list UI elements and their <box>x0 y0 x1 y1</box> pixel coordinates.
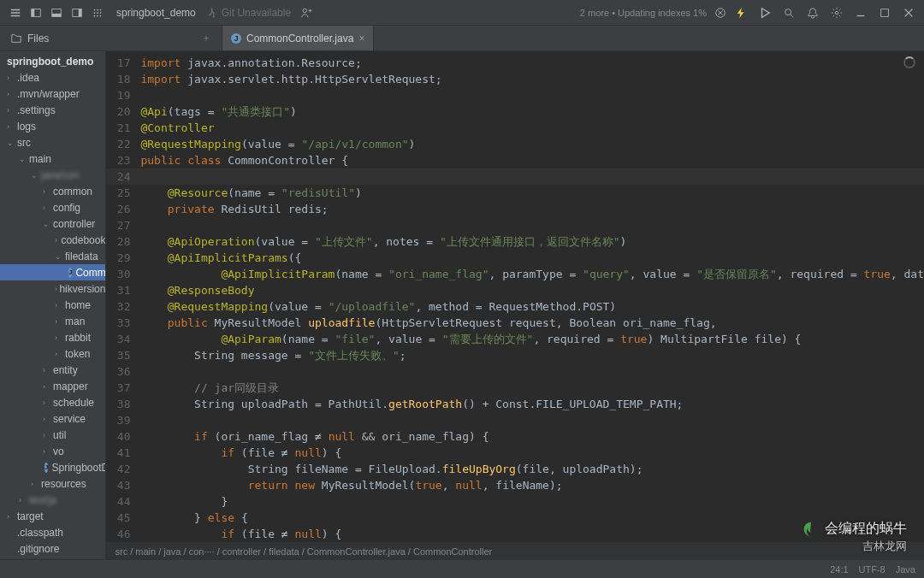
tree-item[interactable]: ›common <box>0 183 105 199</box>
tree-item[interactable]: ›home <box>0 297 105 313</box>
close-tab-icon[interactable]: × <box>358 32 364 44</box>
code-line[interactable]: 35 String message = "文件上传失败。"; <box>106 347 924 363</box>
code-line[interactable]: 26 private RedisUtil redis; <box>106 201 924 217</box>
code-line[interactable]: 36 <box>106 363 924 380</box>
code-line[interactable]: 42 String fileName = FileUpload.fileUpBy… <box>106 461 924 477</box>
code-line[interactable]: 19 <box>106 87 924 103</box>
code-content[interactable]: @ApiImplicitParam(name = "ori_name_flag"… <box>140 266 924 282</box>
code-content[interactable] <box>140 168 167 185</box>
minimize-icon[interactable] <box>852 4 869 21</box>
code-content[interactable]: String fileName = FileUpload.fileUpByOrg… <box>140 461 643 477</box>
code-line[interactable]: 41 if (file ≠ null) { <box>106 445 924 461</box>
code-line[interactable]: 32 @RequestMapping(value = "/uploadfile"… <box>106 298 924 315</box>
code-content[interactable]: String uploadPath = PathUtil.getRootPath… <box>140 396 683 412</box>
code-line[interactable]: 22@RequestMapping(value = "/api/v1/commo… <box>106 136 924 152</box>
code-line[interactable]: 45 } else { <box>106 510 924 526</box>
git-status[interactable]: Git Unavailable <box>208 7 291 19</box>
tree-item[interactable]: ›vo <box>0 443 105 459</box>
code-line[interactable]: 20@Api(tags = "共通类接口") <box>106 103 924 120</box>
code-content[interactable]: String message = "文件上传失败。"; <box>140 347 406 363</box>
tree-item[interactable]: ›.idea <box>0 69 105 86</box>
tree-item[interactable]: ›logs <box>0 118 105 134</box>
code-line[interactable]: 46 if (file ≠ null) { <box>106 526 924 542</box>
code-content[interactable]: } <box>140 493 228 510</box>
tree-item[interactable]: ⌄filedata <box>0 248 105 264</box>
tree-item[interactable]: ›util <box>0 427 105 443</box>
code-line[interactable]: 17import javax.annotation.Resource; <box>106 55 924 71</box>
code-content[interactable]: public class CommonController { <box>140 152 348 168</box>
search-icon[interactable] <box>780 4 797 21</box>
code-line[interactable]: 31 @ResponseBody <box>106 282 924 298</box>
tree-item[interactable]: ›test/ja <box>0 492 105 508</box>
close-icon[interactable] <box>900 4 917 21</box>
tree-item[interactable]: ›entity <box>0 362 105 378</box>
tree-item[interactable]: .classpath <box>0 524 105 540</box>
cursor-position[interactable]: 24:1 <box>830 564 848 575</box>
code-content[interactable]: @ApiOperation(value = "上传文件", notes = "上… <box>140 233 626 250</box>
code-line[interactable]: 33 public MyResultModel uploadfile(HttpS… <box>106 315 924 331</box>
code-line[interactable]: 44 } <box>106 493 924 510</box>
tree-item[interactable]: ›target <box>0 508 105 524</box>
code-content[interactable]: import javax.servlet.http.HttpServletReq… <box>140 71 441 87</box>
tree-item[interactable]: ›token <box>0 345 105 362</box>
build-icon[interactable] <box>732 4 749 21</box>
code-content[interactable]: if (file ≠ null) { <box>140 526 341 542</box>
code-line[interactable]: 25 @Resource(name = "redisUtil") <box>106 185 924 201</box>
tool-window-left-icon[interactable] <box>27 4 44 21</box>
add-tab-icon[interactable]: ＋ <box>201 31 211 45</box>
tree-item[interactable]: ⌄main <box>0 150 105 167</box>
project-tree[interactable]: springboot_demo ›.idea›.mvn/wrapper›.set… <box>0 51 106 559</box>
tree-item[interactable]: ›man <box>0 313 105 329</box>
cancel-indexing-icon[interactable] <box>712 4 729 21</box>
tree-item[interactable]: ›service <box>0 410 105 427</box>
tool-window-right-icon[interactable] <box>68 4 86 21</box>
code-content[interactable]: @Resource(name = "redisUtil") <box>140 185 361 201</box>
code-content[interactable]: if (file ≠ null) { <box>140 445 341 461</box>
tree-item[interactable]: ›resources <box>0 475 105 492</box>
tree-item[interactable]: JSpringbootDemoApplication.java <box>0 459 105 475</box>
settings-icon[interactable] <box>828 4 845 21</box>
tree-item[interactable]: ⌄src <box>0 134 105 150</box>
code-content[interactable]: @ApiImplicitParams({ <box>140 250 301 266</box>
apps-icon[interactable] <box>89 4 106 21</box>
code-content[interactable]: @Controller <box>140 120 214 136</box>
tree-item[interactable]: ⌄controller <box>0 215 105 232</box>
code-content[interactable]: // jar同级目录 <box>140 380 279 396</box>
code-content[interactable]: @Api(tags = "共通类接口") <box>140 103 296 120</box>
code-line[interactable]: 28 @ApiOperation(value = "上传文件", notes =… <box>106 233 924 250</box>
code-content[interactable]: public MyResultModel uploadfile(HttpServ… <box>140 315 716 331</box>
files-panel-header[interactable]: Files ＋ <box>0 26 222 50</box>
editor-tab-active[interactable]: J CommonController.java × <box>222 26 374 50</box>
code-line[interactable]: 38 String uploadPath = PathUtil.getRootP… <box>106 396 924 412</box>
code-content[interactable]: @RequestMapping(value = "/uploadfile", m… <box>140 298 616 315</box>
code-content[interactable]: @RequestMapping(value = "/api/v1/common"… <box>140 136 415 152</box>
file-encoding[interactable]: UTF-8 <box>859 564 886 575</box>
code-content[interactable]: @ApiParam(name = "file", value = "需要上传的文… <box>140 331 801 347</box>
code-editor[interactable]: 17import javax.annotation.Resource;18imp… <box>106 51 924 559</box>
run-icon[interactable] <box>756 4 773 21</box>
code-line[interactable]: 21@Controller <box>106 120 924 136</box>
code-line[interactable]: 30 @ApiImplicitParam(name = "ori_name_fl… <box>106 266 924 282</box>
tree-item[interactable]: ›schedule <box>0 394 105 410</box>
code-content[interactable]: @ResponseBody <box>140 282 254 298</box>
code-line[interactable]: 18import javax.servlet.http.HttpServletR… <box>106 71 924 87</box>
code-line[interactable]: 43 return new MyResultModel(true, null, … <box>106 477 924 493</box>
tree-item[interactable]: ›codebook <box>0 232 105 248</box>
code-line[interactable]: 29 @ApiImplicitParams({ <box>106 250 924 266</box>
project-name[interactable]: springboot_demo <box>116 7 196 19</box>
tree-item[interactable]: ›.settings <box>0 102 105 118</box>
code-content[interactable]: } else { <box>140 510 247 526</box>
tool-window-bottom-icon[interactable] <box>48 4 65 21</box>
code-content[interactable]: return new MyResultModel(true, null, fil… <box>140 477 562 493</box>
code-line[interactable]: 39 <box>106 412 924 428</box>
code-line[interactable]: 34 @ApiParam(name = "file", value = "需要上… <box>106 331 924 347</box>
code-line[interactable]: 40 if (ori_name_flag ≠ null && ori_name_… <box>106 428 924 445</box>
tree-item[interactable]: .project <box>0 557 105 559</box>
tree-item[interactable]: JCommonController.java <box>0 264 105 280</box>
code-content[interactable]: import javax.annotation.Resource; <box>140 55 361 71</box>
code-content[interactable]: if (ori_name_flag ≠ null && ori_name_fla… <box>140 428 489 445</box>
add-user-icon[interactable] <box>298 4 315 21</box>
code-line[interactable]: 37 // jar同级目录 <box>106 380 924 396</box>
code-line[interactable]: 24 <box>106 168 924 185</box>
code-line[interactable]: 23public class CommonController { <box>106 152 924 168</box>
